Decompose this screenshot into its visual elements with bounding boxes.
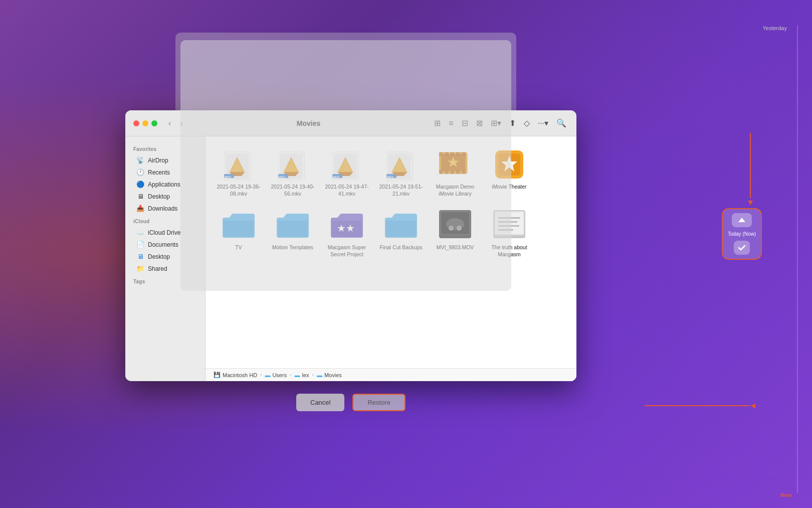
recents-icon: 🕐	[136, 168, 144, 176]
sidebar-item-label: Shared	[148, 265, 167, 272]
today-check-button[interactable]	[734, 241, 750, 255]
search-btn[interactable]: 🔍	[554, 117, 568, 129]
today-widget: Today (Now)	[722, 208, 762, 260]
sidebar-item-label: Recents	[148, 169, 170, 176]
breadcrumb-macintosh-label: Macintosh HD	[223, 372, 257, 378]
tag-btn[interactable]: ◇	[522, 117, 532, 129]
close-button[interactable]	[133, 120, 139, 126]
now-label: Now	[780, 492, 792, 498]
maximize-button[interactable]	[151, 120, 157, 126]
today-up-button[interactable]	[732, 213, 752, 227]
breadcrumb-lex-label: lex	[302, 372, 309, 378]
breadcrumb-sep2: ›	[290, 372, 291, 378]
breadcrumb-sep1: ›	[260, 372, 262, 378]
breadcrumb-lex[interactable]: ▬ lex	[295, 372, 309, 378]
back-button[interactable]: ‹	[166, 118, 173, 129]
minimize-button[interactable]	[142, 120, 148, 126]
sidebar-item-label: iCloud Drive	[148, 229, 180, 236]
breadcrumb-movies-label: Movies	[324, 372, 342, 378]
timeline-line	[797, 25, 798, 493]
bottom-buttons: Cancel Restore	[125, 394, 576, 411]
status-bar: 💾 Macintosh HD › ▬ Users › ▬ lex › ▬ Mov…	[206, 368, 576, 381]
breadcrumb-users[interactable]: ▬ Users	[265, 372, 287, 378]
breadcrumb-macintosh[interactable]: 💾 Macintosh HD	[214, 372, 257, 378]
today-label: Today (Now)	[728, 231, 756, 237]
red-arrow-down: ▼	[746, 133, 754, 207]
downloads-icon: 📥	[136, 205, 144, 212]
breadcrumb-sep3: ›	[312, 372, 314, 378]
desktop2-icon: 🖥	[136, 253, 144, 260]
sidebar-item-label: Applications	[148, 181, 180, 188]
cancel-button[interactable]: Cancel	[296, 394, 344, 411]
folder-icon-users: ▬	[265, 372, 270, 378]
traffic-lights	[133, 120, 157, 126]
sidebar-item-label: Downloads	[148, 205, 177, 212]
airdrop-icon: 📡	[136, 156, 144, 164]
sidebar-item-label: AirDrop	[148, 157, 168, 164]
shared-icon: 📁	[136, 265, 144, 272]
red-arrow-horizontal: ◄	[645, 401, 757, 410]
sidebar-item-label: Desktop	[148, 193, 170, 200]
icloud-icon: ☁️	[136, 229, 144, 236]
breadcrumb-movies[interactable]: ▬ Movies	[317, 372, 342, 378]
sidebar-item-label: Documents	[148, 241, 178, 248]
sidebar-item-label: Desktop	[148, 253, 170, 260]
more-btn[interactable]: ···▾	[536, 117, 550, 129]
restore-button[interactable]: Restore	[352, 394, 405, 411]
folder-icon-lex: ▬	[295, 372, 300, 378]
documents-icon: 📄	[136, 241, 144, 248]
desktop-icon: 🖥	[136, 193, 144, 200]
yesterday-label: Yesterday	[762, 25, 787, 31]
applications-icon: 🔵	[136, 181, 144, 188]
folder-icon-movies: ▬	[317, 372, 322, 378]
hd-icon: 💾	[214, 372, 221, 378]
breadcrumb-users-label: Users	[272, 372, 287, 378]
